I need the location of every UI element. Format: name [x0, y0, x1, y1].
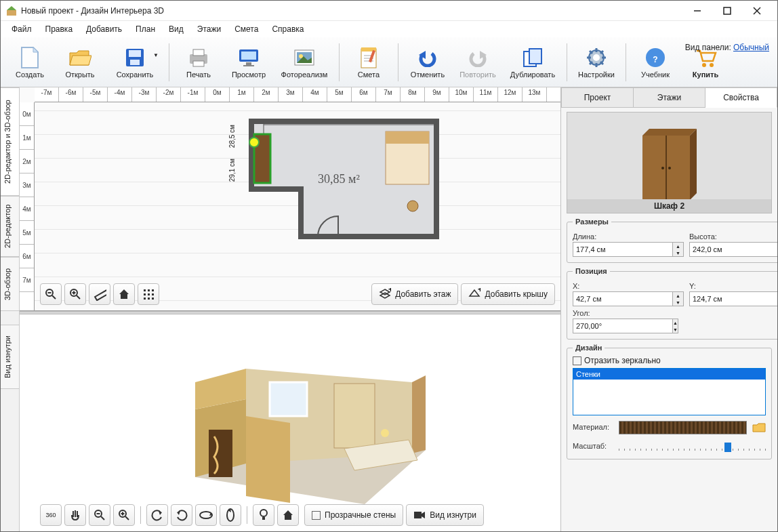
menu-estimate[interactable]: Смета: [229, 23, 264, 35]
svg-point-108: [668, 167, 671, 169]
maximize-button[interactable]: [712, 1, 742, 20]
menu-edit[interactable]: Правка: [40, 23, 79, 35]
notepad-icon: [357, 46, 380, 69]
save-icon: [123, 46, 146, 69]
settings-button[interactable]: Настройки: [571, 41, 621, 84]
snap-button[interactable]: [138, 283, 159, 305]
folder-icon[interactable]: [752, 422, 766, 433]
menu-plan[interactable]: План: [130, 23, 161, 35]
room-area: 30,85 м²: [318, 172, 360, 186]
rotate-right-button[interactable]: [171, 504, 192, 526]
parts-listbox[interactable]: Стенки: [573, 368, 766, 415]
svg-marker-100: [283, 510, 293, 520]
rotate-left-button[interactable]: [146, 504, 168, 526]
svg-marker-102: [422, 512, 425, 518]
svg-rect-17: [243, 65, 254, 66]
tab-2d-3d[interactable]: 2D-редактор и 3D-обзор: [1, 87, 19, 196]
view-tabs: 2D-редактор и 3D-обзор 2D-редактор 3D-об…: [1, 87, 20, 531]
list-item[interactable]: Стенки: [573, 369, 765, 380]
undo-icon: [416, 46, 439, 69]
tab-properties[interactable]: Свойства: [705, 87, 777, 108]
open-button[interactable]: Открыть: [55, 41, 105, 84]
print-button[interactable]: Печать: [173, 41, 224, 84]
app-icon: [6, 5, 17, 16]
preview-button[interactable]: Просмотр: [224, 41, 274, 84]
svg-point-107: [661, 167, 664, 169]
tab-project[interactable]: Проект: [561, 87, 634, 108]
svg-rect-9: [129, 50, 141, 57]
menu-file[interactable]: Файл: [6, 23, 37, 35]
add-roof-button[interactable]: +Добавить крышу: [461, 283, 555, 305]
new-button[interactable]: Создать: [5, 41, 55, 84]
add-floor-button[interactable]: +Добавить этаж: [371, 283, 458, 305]
svg-rect-12: [193, 49, 204, 56]
tab-inside[interactable]: Вид изнутри: [1, 325, 19, 389]
save-button[interactable]: Сохранить▼: [105, 41, 165, 84]
scale-slider[interactable]: [619, 440, 766, 453]
menu-view[interactable]: Вид: [163, 23, 189, 35]
menu-help[interactable]: Справка: [266, 23, 309, 35]
light-button[interactable]: [253, 504, 274, 526]
photorealism-button[interactable]: Фотореализм: [274, 41, 335, 84]
home-button[interactable]: [113, 283, 135, 305]
svg-rect-62: [152, 289, 154, 291]
redo-button[interactable]: Повторить: [453, 41, 503, 84]
svg-marker-79: [246, 416, 290, 503]
y-input[interactable]: ▲▼: [689, 291, 777, 306]
svg-rect-68: [152, 298, 154, 300]
svg-point-49: [249, 138, 259, 147]
menu-add[interactable]: Добавить: [81, 23, 127, 35]
tab-3d[interactable]: 3D-обзор: [1, 257, 19, 311]
tilt-button[interactable]: [220, 504, 241, 526]
plan-2d-area[interactable]: -7м-6м-5м-4м-3м-2м-1м0м1м2м3м4м5м6м7м8м9…: [20, 87, 560, 311]
inside-view-button[interactable]: Вид изнутри: [406, 504, 484, 526]
rotate-360-button[interactable]: 360: [40, 504, 62, 526]
dropdown-icon[interactable]: ▼: [153, 52, 159, 58]
zoom-out-3d-button[interactable]: [89, 504, 110, 526]
help-button[interactable]: ?Учебник: [630, 41, 680, 84]
panel-mode-link[interactable]: Обычный: [733, 43, 769, 52]
pan-button[interactable]: [64, 504, 86, 526]
menu-floors[interactable]: Этажи: [192, 23, 226, 35]
minimize-button[interactable]: [682, 1, 712, 20]
svg-line-89: [125, 516, 129, 520]
home-3d-button[interactable]: [277, 504, 299, 526]
view-3d-area[interactable]: 360 Прозрачные стены Вид изнутри: [20, 314, 560, 531]
height-input[interactable]: ▲▼: [689, 242, 777, 257]
menubar: Файл Правка Добавить План Вид Этажи Смет…: [1, 21, 777, 37]
angle-input[interactable]: ▲▼: [573, 319, 638, 333]
room-outline[interactable]: 30,85 м² 28,5 см 29,1 см: [223, 118, 447, 250]
svg-point-45: [710, 63, 714, 67]
svg-rect-64: [148, 293, 150, 295]
undo-button[interactable]: Отменить: [403, 41, 453, 84]
orbit-button[interactable]: [195, 504, 217, 526]
zoom-in-button[interactable]: [64, 283, 86, 305]
checkbox-icon: [573, 356, 581, 365]
svg-rect-61: [148, 289, 150, 291]
svg-rect-99: [262, 517, 265, 520]
x-input[interactable]: ▲▼: [573, 291, 684, 306]
toolbar: Создать Открыть Сохранить▼ Печать Просмо…: [1, 37, 777, 87]
material-texture[interactable]: [619, 421, 747, 434]
tab-2d[interactable]: 2D-редактор: [1, 196, 19, 257]
titlebar: Новый проект - Дизайн Интерьера 3D: [1, 1, 777, 21]
tab-floors[interactable]: Этажи: [634, 87, 705, 108]
svg-marker-105: [690, 129, 697, 200]
duplicate-button[interactable]: Дублировать: [503, 41, 562, 84]
zoom-in-3d-button[interactable]: [113, 504, 135, 526]
length-input[interactable]: ▲▼: [573, 242, 684, 257]
redo-icon: [466, 46, 489, 69]
model-3d: [141, 335, 439, 511]
help-icon: ?: [644, 46, 667, 69]
svg-line-55: [77, 295, 80, 299]
svg-rect-3: [724, 7, 731, 14]
transparent-walls-toggle[interactable]: Прозрачные стены: [304, 504, 403, 526]
zoom-out-button[interactable]: [40, 283, 62, 305]
svg-rect-60: [144, 289, 146, 291]
measure-button[interactable]: [89, 283, 110, 305]
dim-2: 29,1 см: [228, 159, 236, 182]
svg-rect-16: [246, 62, 251, 65]
mirror-checkbox[interactable]: Отразить зеркально: [573, 356, 766, 365]
estimate-button[interactable]: Смета: [344, 41, 394, 84]
close-button[interactable]: [742, 1, 772, 20]
